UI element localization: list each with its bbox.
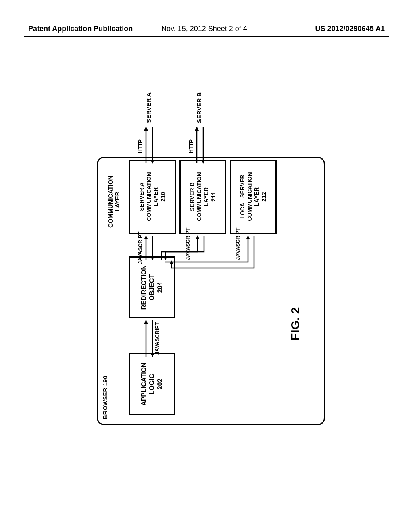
figure-area: BROWSER 190 APPLICATION LOGIC 202 REDIRE…: [24, 58, 389, 494]
figure-caption: FIG. 2: [288, 307, 302, 341]
arrows-svg: [85, 95, 335, 425]
diagram-stage: BROWSER 190 APPLICATION LOGIC 202 REDIRE…: [85, 95, 335, 425]
header-left: Patent Application Publication: [28, 25, 133, 33]
